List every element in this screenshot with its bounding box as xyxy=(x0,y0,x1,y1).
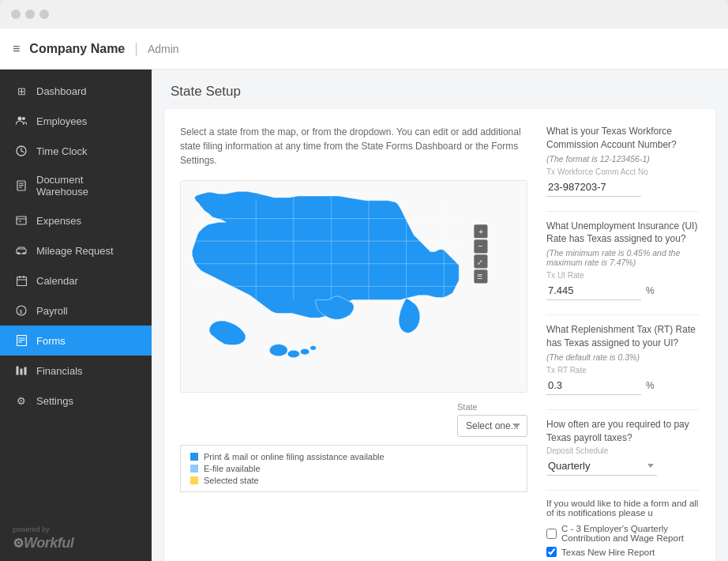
sidebar-item-document-warehouse[interactable]: Document Warehouse xyxy=(0,166,152,205)
divider-1 xyxy=(546,211,700,212)
svg-point-42 xyxy=(310,346,317,351)
legend-dot-blue xyxy=(190,453,198,461)
map-section: Select a state from the map, or from the… xyxy=(180,125,527,561)
legend-dot-light-blue xyxy=(190,465,198,473)
checkbox-newhire[interactable] xyxy=(546,547,557,557)
legend-label-print: Print & mail or online filing assistance… xyxy=(204,452,385,461)
state-setup-inner: Select a state from the map, or from the… xyxy=(180,125,700,561)
svg-text:☰: ☰ xyxy=(477,273,482,280)
svg-text:+: + xyxy=(478,228,483,236)
question-rt: What Replenishment Tax (RT) Rate has Tex… xyxy=(546,323,700,350)
window-chrome xyxy=(0,0,728,28)
sidebar-label-payroll: Payroll xyxy=(36,305,68,317)
sidebar-label-mileage-request: Mileage Request xyxy=(36,245,114,257)
sidebar-item-employees[interactable]: Employees xyxy=(0,106,152,136)
svg-rect-26 xyxy=(21,369,23,375)
state-dropdown[interactable]: Select one... Texas California New York … xyxy=(457,415,527,437)
state-label: State xyxy=(457,402,527,412)
question-twc: What is your Texas Workforce Commission … xyxy=(546,125,700,152)
svg-rect-9 xyxy=(17,216,26,224)
sidebar-item-time-clock[interactable]: Time Clock xyxy=(0,136,152,166)
topbar-role: Admin xyxy=(148,43,179,55)
input-row-ui: % xyxy=(546,281,700,300)
sidebar-item-expenses[interactable]: Expenses xyxy=(0,205,152,235)
sidebar-footer: powered by ⚙Workful xyxy=(0,516,152,561)
field-label-deposit: Deposit Schedule xyxy=(546,446,700,455)
question-ui: What Unemployment Insurance (UI) Rate ha… xyxy=(546,220,700,247)
sidebar-nav: ⊞ Dashboard Employees Time Clock xyxy=(0,70,152,516)
svg-point-0 xyxy=(18,117,22,121)
sidebar-label-document-warehouse: Document Warehouse xyxy=(36,174,137,198)
state-select-section: State Select one... Texas California New… xyxy=(180,402,527,437)
checkbox-newhire-label: Texas New Hire Report xyxy=(561,548,655,557)
field-label-twc: Tx Workforce Comm Acct No xyxy=(546,168,700,176)
forms-icon xyxy=(14,333,28,348)
hint-rt: (The default rate is 0.3%) xyxy=(546,352,700,362)
unit-ui: % xyxy=(646,285,655,296)
sidebar-label-forms: Forms xyxy=(36,335,66,347)
checkbox-c3-label: C - 3 Employer's Quarterly Contribution … xyxy=(561,524,700,543)
map-description: Select a state from the map, or from the… xyxy=(180,125,527,168)
input-twc[interactable] xyxy=(546,178,641,197)
svg-rect-27 xyxy=(24,367,27,375)
sidebar-label-dashboard: Dashboard xyxy=(36,85,87,97)
legend-item-print: Print & mail or online filing assistance… xyxy=(190,452,517,461)
sidebar-label-employees: Employees xyxy=(36,115,87,127)
sidebar-label-time-clock: Time Clock xyxy=(36,145,88,157)
map-container[interactable]: + − ⤢ ☰ xyxy=(180,180,527,393)
input-ui-rate[interactable] xyxy=(546,281,641,300)
sidebar-label-financials: Financials xyxy=(36,365,83,377)
hint-ui: (The minimum rate is 0.45% and the maxim… xyxy=(546,248,700,267)
unit-rt: % xyxy=(646,380,655,391)
input-row-twc xyxy=(546,178,700,197)
deposit-schedule-select[interactable]: Quarterly Monthly Semi-weekly Next-day xyxy=(546,457,657,476)
checkbox-newhire-row: Texas New Hire Report xyxy=(546,547,700,557)
sidebar-item-mileage-request[interactable]: Mileage Request xyxy=(0,235,152,265)
expenses-icon xyxy=(14,213,28,228)
sidebar-item-dashboard[interactable]: ⊞ Dashboard xyxy=(0,76,152,106)
legend-item-efile: E-file available xyxy=(190,464,517,473)
sidebar-label-calendar: Calendar xyxy=(36,275,78,287)
checkbox-c3[interactable] xyxy=(546,529,557,539)
legend-label-selected: Selected state xyxy=(204,476,259,485)
page-content: Select a state from the map, or from the… xyxy=(152,109,728,561)
divider-4 xyxy=(546,490,700,491)
time-clock-icon xyxy=(14,144,28,158)
state-setup-card: Select a state from the map, or from the… xyxy=(164,109,715,561)
company-name: Company Name xyxy=(29,42,125,56)
usa-map[interactable]: + − ⤢ ☰ xyxy=(181,181,527,392)
input-row-deposit: Quarterly Monthly Semi-weekly Next-day xyxy=(546,457,700,476)
sidebar-item-calendar[interactable]: Calendar xyxy=(0,265,152,296)
topbar-divider: | xyxy=(134,40,138,57)
svg-point-13 xyxy=(17,252,20,254)
svg-text:$: $ xyxy=(20,309,23,314)
svg-point-14 xyxy=(23,252,25,254)
page-header: State Setup xyxy=(152,70,728,109)
document-icon xyxy=(14,179,28,193)
sidebar: ⊞ Dashboard Employees Time Clock xyxy=(0,70,152,561)
sidebar-item-financials[interactable]: Financials xyxy=(0,356,152,386)
svg-rect-15 xyxy=(17,277,26,285)
svg-line-4 xyxy=(21,151,24,152)
window-dot-red xyxy=(11,9,21,19)
input-row-rt: % xyxy=(546,376,700,395)
sidebar-item-settings[interactable]: ⚙ Settings xyxy=(0,386,152,416)
topbar: ≡ Company Name | Admin xyxy=(0,28,728,70)
employees-icon xyxy=(14,114,28,128)
app-container: ≡ Company Name | Admin ⊞ Dashboard Emplo… xyxy=(0,28,728,561)
powered-by-text: powered by xyxy=(13,525,139,533)
hide-form-label: If you would like to hide a form and all… xyxy=(546,499,700,518)
menu-icon[interactable]: ≡ xyxy=(13,42,20,56)
sidebar-label-settings: Settings xyxy=(36,395,73,407)
sidebar-item-forms[interactable]: Forms xyxy=(0,326,152,356)
dashboard-icon: ⊞ xyxy=(14,84,28,98)
input-rt-rate[interactable] xyxy=(546,376,641,395)
svg-rect-25 xyxy=(17,367,19,375)
window-dot-green xyxy=(39,9,49,19)
sidebar-item-payroll[interactable]: $ Payroll xyxy=(0,296,152,326)
form-group-ui: What Unemployment Insurance (UI) Rate ha… xyxy=(546,220,700,301)
svg-point-1 xyxy=(22,117,25,120)
sidebar-label-expenses: Expenses xyxy=(36,215,81,227)
content-area: State Setup Select a state from the map,… xyxy=(152,70,728,561)
window-dot-yellow xyxy=(25,9,35,19)
